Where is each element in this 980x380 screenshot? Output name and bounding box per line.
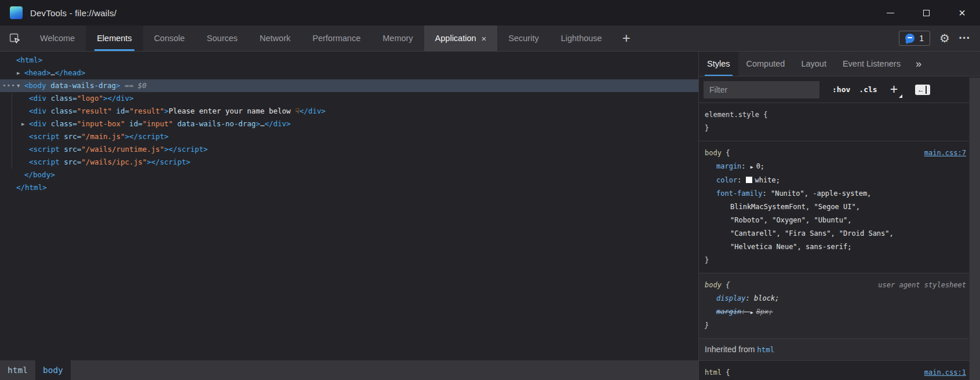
styles-scrollbar[interactable] (969, 78, 980, 380)
rule-selector-line[interactable]: body {main.css:7 (705, 147, 966, 160)
collapse-arrow-icon[interactable]: ▶ (17, 67, 20, 79)
css-colon: : (741, 308, 749, 316)
new-style-rule-button[interactable]: + (890, 83, 902, 96)
code-token-attr: class= (46, 107, 77, 115)
styles-sidebar: StylesComputedLayoutEvent Listeners» :ho… (699, 52, 980, 380)
computed-pane-toggle-button[interactable]: ← (915, 85, 930, 95)
code-token-ell: … (50, 68, 55, 77)
css-colon: : (737, 176, 745, 184)
css-property-name: margin (716, 162, 741, 170)
tab-welcome[interactable]: Welcome (29, 25, 86, 51)
open-brace: { (759, 108, 767, 122)
code-token-tag: </body> (24, 170, 55, 179)
minimize-button[interactable] (872, 0, 908, 25)
css-property-color[interactable]: color: white; (705, 174, 966, 187)
style-rules-list: element.style {}body {main.css:7margin: … (699, 103, 980, 380)
styles-filter-row: :hov .cls + ← (699, 76, 980, 103)
dom-tree-row[interactable]: </body> (0, 169, 698, 181)
tab-label: Elements (97, 34, 132, 43)
stylesheet-link[interactable]: main.css:7 (924, 147, 966, 160)
code-token-meta: == $0 (121, 81, 147, 90)
breadcrumb-item-html[interactable]: html (0, 360, 35, 380)
more-options-button[interactable]: ••• (959, 34, 971, 42)
rule-selector-line[interactable]: html {main.css:1 (705, 366, 966, 379)
tab-application[interactable]: Application× (424, 25, 498, 51)
sidebar-tab-layout[interactable]: Layout (793, 52, 835, 76)
collapse-arrow-icon[interactable]: ▶ (21, 118, 24, 130)
dom-tree-row[interactable]: •••▼<body data-wails-drag> == $0 (0, 79, 698, 92)
code-token-val: "input" (143, 119, 173, 128)
settings-button[interactable]: ⚙ (939, 32, 950, 44)
code-token-tag: <head> (24, 68, 50, 77)
element-classes-button[interactable]: .cls (859, 85, 877, 94)
tab-lighthouse[interactable]: Lighthouse (550, 25, 613, 51)
styles-filter-input[interactable] (704, 81, 819, 98)
tab-elements[interactable]: Elements (86, 25, 143, 51)
window-title: DevTools - file://wails/ (30, 8, 116, 18)
code-token-tag: <div (29, 107, 46, 115)
rule-selector: element.style (705, 108, 759, 122)
open-brace: { (722, 366, 730, 379)
rule-selector: html (705, 366, 722, 379)
dom-tree-row[interactable]: <script src="/wails/ipc.js"></script> (0, 156, 698, 169)
sidebar-tabs: StylesComputedLayoutEvent Listeners» (699, 52, 980, 76)
css-property-value: "Nunito", -apple-system, (771, 189, 871, 198)
dom-tree-row[interactable]: <script src="/main.js"></script> (0, 130, 698, 143)
css-property-value: white; (755, 176, 780, 184)
code-token-attr: src= (60, 145, 82, 154)
close-brace: } (705, 122, 966, 135)
rule-selector-line[interactable]: body {user agent stylesheet (705, 279, 966, 292)
tab-memory[interactable]: Memory (371, 25, 424, 51)
code-token-tag: </div> (300, 107, 326, 115)
add-panel-button[interactable]: + (613, 25, 640, 51)
devtools-toolbar: WelcomeElementsConsoleSourcesNetworkPerf… (0, 25, 980, 51)
tab-sources[interactable]: Sources (196, 25, 249, 51)
dom-tree-row[interactable]: <html> (0, 54, 698, 67)
css-property-font-family[interactable]: font-family: "Nunito", -apple-system, (705, 187, 966, 200)
feedback-button[interactable]: 1 (899, 31, 930, 46)
code-token-val: "/wails/runtime.js" (81, 145, 164, 154)
css-property-margin[interactable]: margin: ▶0; (705, 160, 966, 174)
sidebar-tab-event-listeners[interactable]: Event Listeners (835, 52, 909, 76)
sidebar-tabs-overflow-button[interactable]: » (911, 52, 926, 76)
css-property-margin[interactable]: margin: ▶8px; (705, 305, 966, 319)
inspect-element-button[interactable] (0, 25, 29, 51)
maximize-icon (923, 10, 930, 16)
inherited-node-link[interactable]: html (757, 345, 774, 354)
tab-close-icon[interactable]: × (482, 34, 487, 43)
tab-performance[interactable]: Performance (301, 25, 371, 51)
dom-tree-row[interactable]: ▶<div class="input-box" id="input" data-… (0, 118, 698, 130)
toggle-element-state-button[interactable]: :hov (832, 85, 850, 94)
dom-tree-row[interactable]: <div class="logo"></div> (0, 92, 698, 105)
tab-console[interactable]: Console (143, 25, 196, 51)
css-colon: : (762, 189, 770, 198)
close-button[interactable]: × (944, 0, 980, 25)
toolbar-right: 1 ⚙ ••• (899, 25, 980, 51)
dom-tree-row[interactable]: <div class="result" id="result">Please e… (0, 105, 698, 118)
sidebar-tab-computed[interactable]: Computed (738, 52, 793, 76)
tab-network[interactable]: Network (249, 25, 301, 51)
tab-security[interactable]: Security (497, 25, 549, 51)
expand-value-icon[interactable]: ▶ (751, 160, 753, 174)
code-token-tag: <script (29, 145, 60, 154)
stylesheet-link[interactable]: main.css:1 (924, 366, 966, 379)
breadcrumb-item-body[interactable]: body (35, 360, 71, 380)
node-menu-dots-icon[interactable]: ••• (2, 79, 16, 92)
code-token-tag: <body (24, 81, 46, 90)
dom-tree-row[interactable]: <script src="/wails/runtime.js"></script… (0, 143, 698, 156)
expand-value-icon[interactable]: ▶ (751, 306, 753, 319)
dom-tree-row[interactable]: ▶<head>…</head> (0, 67, 698, 79)
maximize-button[interactable] (908, 0, 944, 25)
css-value-continuation: BlinkMacSystemFont, "Segoe UI", (705, 200, 966, 214)
rule-selector-line[interactable]: element.style { (705, 108, 966, 122)
css-property-value: block; (754, 294, 779, 302)
sidebar-tab-styles[interactable]: Styles (699, 52, 738, 76)
code-token-tag: <html> (16, 56, 42, 64)
title-bar: DevTools - file://wails/ × (0, 0, 980, 25)
dom-tree-row[interactable]: </html> (0, 181, 698, 194)
expand-arrow-icon[interactable]: ▼ (17, 79, 20, 92)
color-swatch[interactable] (746, 177, 752, 183)
css-property-display[interactable]: display: block; (705, 292, 966, 305)
rule-selector: body (705, 147, 722, 160)
inherited-from-label: Inherited from (705, 345, 757, 354)
